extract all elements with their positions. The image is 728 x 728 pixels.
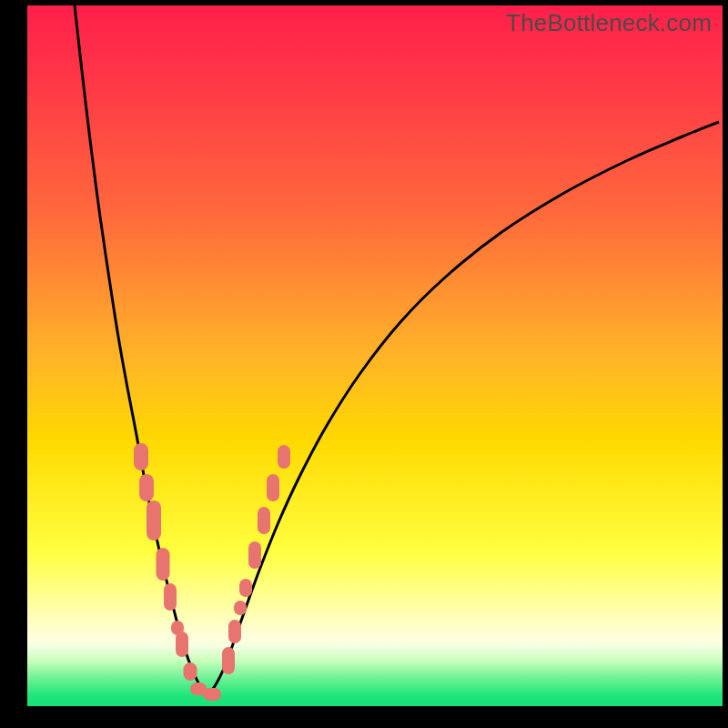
curve-marker xyxy=(267,474,279,501)
curve-marker xyxy=(228,620,241,643)
curve-marker xyxy=(203,688,221,701)
curve-marker xyxy=(222,647,235,674)
gradient-background xyxy=(27,5,723,706)
chart-svg xyxy=(27,5,723,706)
curve-marker xyxy=(139,474,154,501)
curve-marker xyxy=(164,583,177,611)
chart-frame: TheBottleneck.com xyxy=(0,0,728,728)
curve-marker xyxy=(147,500,161,541)
curve-marker xyxy=(258,507,270,534)
plot-area: TheBottleneck.com xyxy=(27,5,723,706)
curve-marker xyxy=(239,579,252,597)
curve-marker xyxy=(184,662,197,681)
curve-marker xyxy=(134,443,148,470)
curve-marker xyxy=(248,541,261,569)
curve-marker xyxy=(157,548,170,581)
curve-marker xyxy=(176,632,188,657)
curve-marker xyxy=(278,445,290,469)
curve-marker xyxy=(234,601,247,615)
watermark-text: TheBottleneck.com xyxy=(506,9,712,37)
